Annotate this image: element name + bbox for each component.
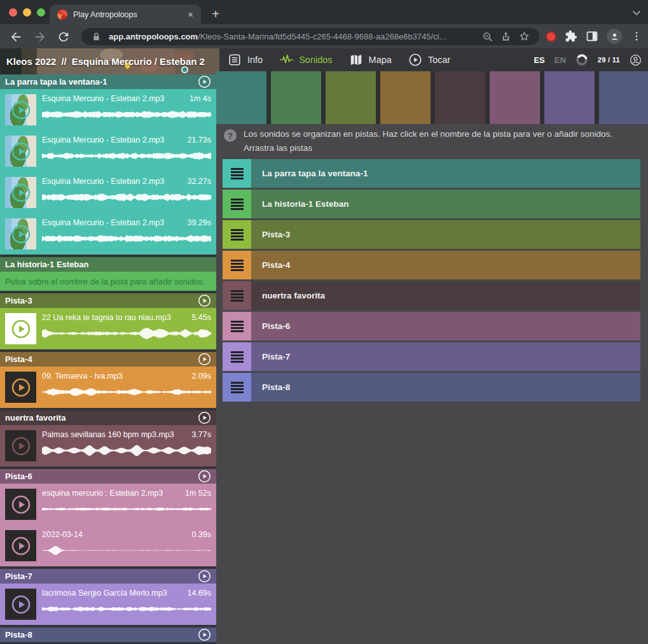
track-play-button[interactable]	[198, 294, 211, 307]
minimize-window-button[interactable]	[23, 8, 31, 17]
browser-tab[interactable]: Play Antropoloops ×	[50, 4, 201, 24]
audio-clip[interactable]: 22 Ua reka te tagnia to rau niau.mp3 5.4…	[0, 308, 216, 349]
track-color-swatch-6[interactable]	[490, 71, 540, 124]
profile-avatar[interactable]	[607, 29, 622, 44]
track-play-button[interactable]	[198, 628, 211, 641]
audio-clip[interactable]: Esquina Mercurio - Esteban 2.mp3 32.27s	[0, 172, 216, 213]
zoom-window-button[interactable]	[37, 8, 45, 17]
track-row-5[interactable]: nuertra favorita	[223, 281, 640, 310]
clip-thumbnail[interactable]	[5, 489, 36, 520]
track-row-8[interactable]: Pista-8	[223, 373, 640, 402]
extensions-puzzle-icon[interactable]	[565, 30, 577, 43]
audio-clip[interactable]: esquina mercurio : Esteban 2.mp3 1m 52s	[0, 484, 216, 525]
nav-item-mapa[interactable]: Mapa	[349, 53, 392, 67]
bookmark-star-icon[interactable]	[518, 31, 530, 43]
track-row-bar[interactable]: Pista-6	[251, 312, 640, 340]
track-row-2[interactable]: La historia-1 Esteban	[223, 190, 640, 218]
clip-play-icon[interactable]	[11, 436, 31, 456]
clip-thumbnail[interactable]	[5, 372, 36, 403]
address-bar[interactable]: app.antropoloops.com/Kleos-Santa-Marina/…	[81, 28, 539, 45]
track-row-1[interactable]: La parra tapa la ventana-1	[223, 159, 640, 188]
close-window-button[interactable]	[9, 8, 17, 17]
track-row-bar[interactable]: Pista-4	[251, 251, 640, 279]
audio-clip[interactable]: Palmas sevillanas 160 bpm mp3.mp3 3.77s	[0, 425, 216, 466]
sidebar-track-header[interactable]: La parra tapa la ventana-1	[0, 74, 216, 89]
track-color-swatch-2[interactable]	[271, 71, 321, 124]
account-icon[interactable]	[630, 54, 642, 66]
chevron-down-icon[interactable]	[630, 6, 643, 19]
clip-waveform[interactable]	[42, 501, 211, 517]
audio-clip[interactable]: 09. Temaeva - Iva.mp3 2.09s	[0, 367, 216, 408]
sidebar-track-header[interactable]: nuertra favorita	[0, 410, 216, 425]
track-row-bar[interactable]: Pista-3	[251, 220, 640, 249]
clip-play-icon[interactable]	[11, 100, 31, 120]
reload-icon[interactable]	[57, 30, 71, 44]
track-row-bar[interactable]: Pista-8	[251, 373, 640, 402]
drag-handle[interactable]	[223, 373, 251, 402]
track-play-button[interactable]	[198, 570, 211, 583]
record-extension-icon[interactable]	[546, 31, 556, 42]
nav-item-info[interactable]: Info	[228, 53, 263, 67]
track-color-swatch-7[interactable]	[544, 71, 595, 124]
project-name[interactable]: Kleos 2022	[6, 56, 56, 67]
track-row-3[interactable]: Pista-3	[223, 220, 640, 249]
drag-handle[interactable]	[223, 342, 251, 371]
track-color-swatch-5[interactable]	[435, 71, 485, 124]
audio-clip[interactable]: 2022-03-14 0.39s	[0, 525, 216, 566]
clip-waveform[interactable]	[42, 601, 211, 617]
sidebar-track-header[interactable]: Pista-4	[0, 352, 216, 367]
clip-thumbnail[interactable]	[5, 136, 36, 167]
drag-handle[interactable]	[223, 159, 251, 188]
clip-waveform[interactable]	[42, 542, 211, 559]
clip-thumbnail[interactable]	[5, 530, 36, 561]
track-play-button[interactable]	[198, 411, 211, 424]
track-play-button[interactable]	[198, 353, 211, 366]
track-color-swatch-3[interactable]	[326, 71, 376, 124]
track-row-4[interactable]: Pista-4	[223, 251, 640, 279]
clip-waveform[interactable]	[42, 148, 211, 164]
clip-play-icon[interactable]	[11, 594, 31, 615]
clip-play-icon[interactable]	[11, 494, 31, 515]
track-play-button[interactable]	[198, 470, 211, 483]
track-row-bar[interactable]: Pista-7	[251, 342, 640, 371]
sidebar-track-header[interactable]: Pista-3	[0, 293, 216, 308]
forward-icon[interactable]	[33, 30, 47, 44]
track-play-button[interactable]	[198, 75, 211, 88]
sidebar-track-header[interactable]: Pista-6	[0, 469, 216, 484]
clip-waveform[interactable]	[42, 230, 211, 247]
track-row-7[interactable]: Pista-7	[223, 342, 640, 371]
track-row-bar[interactable]: nuertra favorita	[251, 281, 640, 310]
nav-item-tocar[interactable]: Tocar	[408, 53, 450, 67]
clip-waveform[interactable]	[42, 442, 211, 459]
audio-clip[interactable]: Esquina Mercurio - Esteban 2.mp3 39.29s	[0, 213, 216, 255]
sidebar-track-header[interactable]: La historia-1 Esteban	[0, 257, 216, 272]
audio-clip[interactable]: Esquina Mercurio - Esteban 2.mp3 21.73s	[0, 130, 216, 172]
clip-thumbnail[interactable]	[5, 589, 36, 620]
language-es-button[interactable]: ES	[534, 55, 544, 65]
clip-thumbnail[interactable]	[5, 218, 36, 249]
track-color-swatch-8[interactable]	[599, 71, 648, 124]
clip-play-icon[interactable]	[11, 141, 31, 162]
clip-play-icon[interactable]	[11, 224, 31, 244]
track-row-6[interactable]: Pista-6	[223, 312, 640, 340]
clip-play-icon[interactable]	[11, 319, 31, 339]
track-row-bar[interactable]: La historia-1 Esteban	[251, 190, 640, 218]
sidebar-track-header[interactable]: Pista-7	[0, 569, 216, 584]
clip-waveform[interactable]	[42, 189, 211, 206]
clip-waveform[interactable]	[42, 325, 211, 342]
clip-play-icon[interactable]	[11, 183, 31, 203]
tab-close-icon[interactable]: ×	[188, 10, 193, 19]
clip-waveform[interactable]	[42, 384, 211, 400]
clip-thumbnail[interactable]	[5, 94, 36, 125]
drag-handle[interactable]	[223, 281, 251, 310]
track-color-swatch-1[interactable]	[216, 71, 266, 124]
clip-thumbnail[interactable]	[5, 430, 36, 461]
clip-play-icon[interactable]	[11, 377, 31, 398]
share-icon[interactable]	[500, 31, 512, 43]
clip-play-icon[interactable]	[11, 536, 31, 556]
sidebar-track-header[interactable]: Pista-8	[0, 627, 216, 642]
new-tab-button[interactable]: +	[207, 6, 224, 22]
clip-waveform[interactable]	[42, 106, 211, 123]
nav-item-sonidos[interactable]: Sonidos	[279, 53, 332, 67]
browser-menu-icon[interactable]	[630, 30, 643, 43]
